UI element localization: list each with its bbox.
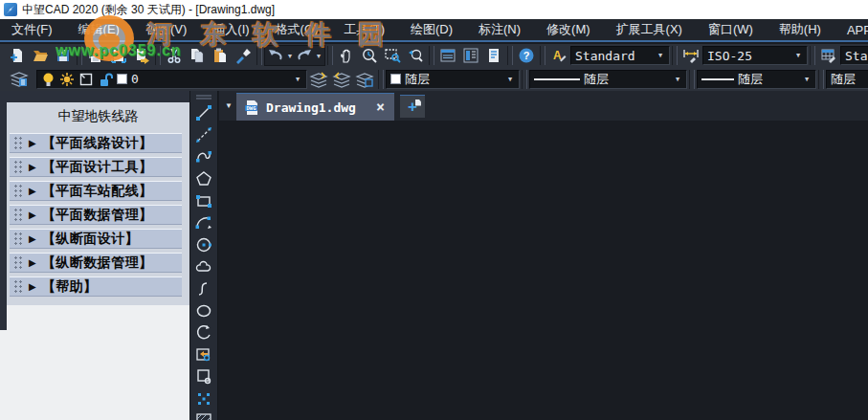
palette-top-grip[interactable] [0, 91, 189, 102]
redo-dropdown-icon[interactable]: ▼ [314, 53, 323, 59]
menu-dimension[interactable]: 标注(N) [479, 21, 521, 38]
layer-manager-dialog-icon[interactable] [436, 45, 459, 66]
layers-properties-toolbar: 0 ▼ 随层 ▼ 随层 ▼ 随层 ▼ 随层 [0, 67, 868, 91]
expand-arrow-icon[interactable]: ▶ [29, 281, 36, 292]
zoom-realtime-icon[interactable] [358, 45, 381, 66]
revision-cloud-icon[interactable] [192, 257, 215, 276]
menu-insert[interactable]: 插入(I) [212, 21, 249, 38]
menu-view[interactable]: 视图(V) [145, 21, 187, 38]
lineweight-select[interactable]: 随层 ▼ [697, 70, 816, 89]
text-style-select[interactable]: Standard ▼ [570, 46, 670, 65]
plot-preview-icon[interactable] [107, 45, 130, 66]
palette-item-plane-line-design[interactable]: ▶ 【平面线路设计】 [10, 133, 182, 153]
line-icon[interactable] [192, 103, 215, 122]
menu-help[interactable]: 帮助(H) [779, 21, 821, 38]
toolbar-grip[interactable] [196, 95, 211, 99]
linetype-select[interactable]: 随层 ▼ [529, 70, 687, 89]
grip-dots-icon [13, 255, 23, 270]
palette-title: 中望地铁线路 [7, 106, 189, 127]
layer-unlock-icon[interactable] [98, 72, 113, 87]
zoom-previous-icon[interactable] [404, 45, 427, 66]
point-icon[interactable] [192, 389, 215, 409]
cut-icon[interactable] [163, 45, 186, 66]
text-style-icon[interactable]: A [547, 45, 570, 66]
insert-block-icon[interactable] [192, 345, 215, 365]
palette-left-grip[interactable] [0, 102, 7, 330]
expand-arrow-icon[interactable]: ▶ [29, 210, 36, 220]
toolbar-separator [818, 70, 824, 89]
design-center-icon[interactable] [459, 45, 482, 66]
polygon-icon[interactable] [192, 169, 215, 188]
new-icon[interactable] [6, 45, 29, 66]
expand-arrow-icon[interactable]: ▶ [29, 257, 36, 268]
expand-arrow-icon[interactable]: ▶ [29, 138, 36, 148]
expand-arrow-icon[interactable]: ▶ [29, 162, 36, 172]
ellipse-icon[interactable] [192, 301, 215, 321]
dimension-style-icon[interactable] [679, 45, 702, 66]
tab-overflow-icon[interactable]: ▼ [221, 96, 236, 117]
layer-previous-icon[interactable] [330, 69, 353, 90]
polyline-icon[interactable] [192, 147, 215, 166]
palette-item-profile-design[interactable]: ▶ 【纵断面设计】 [10, 229, 182, 249]
properties-palette-icon[interactable] [482, 45, 505, 66]
layer-properties-icon[interactable] [6, 69, 33, 90]
redo-icon[interactable] [295, 45, 314, 66]
menu-draw[interactable]: 绘图(D) [411, 21, 453, 38]
make-block-icon[interactable] [192, 367, 215, 387]
menu-app-plus[interactable]: APP+ [847, 23, 868, 37]
circle-icon[interactable] [192, 235, 215, 254]
palette-item-profile-data-mgmt[interactable]: ▶ 【纵断数据管理】 [10, 253, 182, 273]
make-object-layer-current-icon[interactable] [307, 69, 330, 90]
menu-edit[interactable]: 编辑(E) [78, 21, 120, 38]
menu-modify[interactable]: 修改(M) [546, 21, 590, 38]
paste-icon[interactable] [209, 45, 232, 66]
lineweight-value: 随层 [738, 71, 763, 88]
table-style-select[interactable]: Standard ▼ [840, 46, 868, 65]
undo-icon[interactable] [266, 45, 285, 66]
plot-icon[interactable] [84, 45, 107, 66]
menu-tools[interactable]: 工具(T) [344, 21, 385, 38]
plot-style-select[interactable]: 随层 [826, 70, 868, 89]
model-space-canvas[interactable] [219, 121, 868, 420]
menu-window[interactable]: 窗口(W) [708, 21, 753, 38]
ellipse-arc-icon[interactable] [192, 323, 215, 343]
pan-icon[interactable] [335, 45, 358, 66]
copy-icon[interactable] [186, 45, 209, 66]
arc-icon[interactable] [192, 213, 215, 232]
layer-on-bulb-icon[interactable] [41, 72, 56, 87]
toolbar-separator [429, 46, 434, 65]
dimension-style-select[interactable]: ISO-25 ▼ [702, 46, 808, 65]
layer-select[interactable]: 0 ▼ [36, 70, 307, 89]
save-icon[interactable] [52, 45, 75, 66]
match-properties-icon[interactable] [232, 45, 255, 66]
help-icon[interactable]: ? [515, 45, 538, 66]
palette-item-help[interactable]: ▶ 【帮助】 [10, 276, 182, 297]
table-style-icon[interactable] [817, 45, 840, 66]
layer-plot-icon[interactable] [78, 72, 94, 87]
menu-file[interactable]: 文件(F) [11, 21, 53, 38]
undo-dropdown-icon[interactable]: ▼ [285, 53, 295, 59]
layer-states-icon[interactable] [353, 69, 376, 90]
color-select[interactable]: 随层 ▼ [386, 70, 520, 89]
palette-item-plane-design-tools[interactable]: ▶ 【平面设计工具】 [10, 157, 182, 177]
document-tab-bar: ▼ DWG Drawing1.dwg × + [219, 91, 868, 121]
rectangle-icon[interactable] [192, 191, 215, 210]
menu-format[interactable]: 格式(O) [276, 21, 319, 38]
spline-icon[interactable] [192, 279, 215, 298]
publish-icon[interactable] [130, 45, 153, 66]
palette-item-plane-station-track[interactable]: ▶ 【平面车站配线】 [10, 181, 182, 201]
app-logo-icon [4, 3, 17, 16]
tab-close-icon[interactable]: × [376, 100, 385, 115]
open-icon[interactable] [29, 45, 52, 66]
expand-arrow-icon[interactable]: ▶ [29, 233, 36, 244]
tab-drawing1[interactable]: DWG Drawing1.dwg × [236, 93, 394, 121]
expand-arrow-icon[interactable]: ▶ [29, 186, 36, 196]
palette-item-plane-data-mgmt[interactable]: ▶ 【平面数据管理】 [10, 205, 182, 225]
menu-express-tools[interactable]: 扩展工具(X) [616, 21, 682, 38]
zoom-window-icon[interactable] [381, 45, 404, 66]
window-title: 中望CAD 2020 (剩余 30 天试用) - [Drawing1.dwg] [22, 2, 275, 18]
hatch-icon[interactable] [192, 411, 215, 420]
new-tab-button[interactable]: + [400, 95, 425, 118]
layer-thaw-sun-icon[interactable] [59, 72, 75, 87]
construction-line-icon[interactable] [192, 125, 215, 144]
